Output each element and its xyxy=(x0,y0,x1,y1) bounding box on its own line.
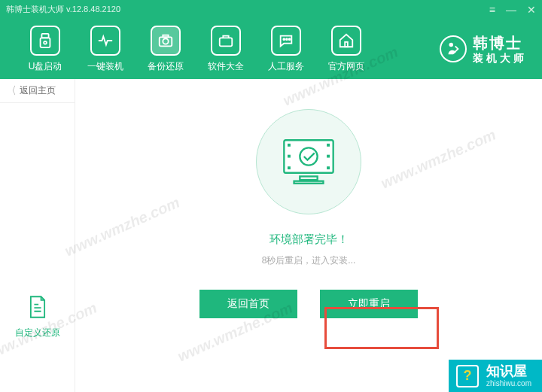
button-row: 返回首页 立即重启 xyxy=(199,290,418,318)
svg-point-2 xyxy=(44,41,47,44)
menu-icon[interactable]: ≡ xyxy=(489,4,495,16)
svg-rect-17 xyxy=(327,144,330,147)
svg-point-4 xyxy=(163,38,168,44)
svg-rect-19 xyxy=(327,166,330,169)
nav-one-click-install[interactable]: 一键装机 xyxy=(75,26,136,73)
nav-label: 备份还原 xyxy=(148,60,184,73)
zsw-name: 知识屋 xyxy=(486,364,531,379)
svg-point-11 xyxy=(449,43,454,47)
restart-button[interactable]: 立即重启 xyxy=(320,290,418,318)
close-icon[interactable]: ✕ xyxy=(527,4,536,16)
svg-rect-14 xyxy=(294,181,324,184)
svg-point-8 xyxy=(286,38,288,40)
countdown-text: 8秒后重启，进入安装... xyxy=(262,254,356,267)
sidebar: 〈 返回主页 自定义还原 xyxy=(0,79,75,392)
nav-bar: U盘启动 一键装机 备份还原 软件大全 人工服务 xyxy=(0,19,542,79)
briefcase-icon xyxy=(211,26,241,56)
nav-usb-boot[interactable]: U盘启动 xyxy=(15,26,75,73)
success-illustration xyxy=(256,109,361,214)
home-icon xyxy=(331,26,361,56)
nav-label: 人工服务 xyxy=(268,60,304,73)
brand: 韩博士 装机大师 xyxy=(440,34,527,65)
svg-rect-10 xyxy=(345,41,348,46)
nav-label: 一键装机 xyxy=(87,60,123,73)
svg-point-7 xyxy=(283,38,285,40)
camera-icon xyxy=(151,26,181,56)
usb-icon xyxy=(30,26,60,56)
main-content: 环境部署完毕！ 8秒后重启，进入安装... 返回首页 立即重启 xyxy=(75,79,542,392)
home-button[interactable]: 返回首页 xyxy=(199,290,297,318)
minimize-icon[interactable]: — xyxy=(506,4,516,16)
title-bar: 韩博士装机大师 v.12.8.48.2120 ≡ — ✕ xyxy=(0,0,542,19)
svg-rect-5 xyxy=(163,35,168,37)
nav-software[interactable]: 软件大全 xyxy=(196,26,256,73)
brand-subtitle: 装机大师 xyxy=(473,52,527,65)
heartbeat-icon xyxy=(90,26,120,56)
nav-support[interactable]: 人工服务 xyxy=(256,26,316,73)
zhishiwu-watermark: ? 知识屋 zhishiwu.com xyxy=(449,360,542,392)
file-icon xyxy=(27,295,48,319)
sidebar-custom-restore[interactable]: 自定义还原 xyxy=(0,295,75,392)
back-label: 返回主页 xyxy=(20,84,56,97)
back-link[interactable]: 〈 返回主页 xyxy=(0,79,75,103)
nav-label: 官方网页 xyxy=(328,60,364,73)
brand-name: 韩博士 xyxy=(473,34,527,52)
chevron-left-icon: 〈 xyxy=(6,84,17,98)
svg-rect-18 xyxy=(288,166,291,169)
svg-point-9 xyxy=(289,38,291,40)
nav-website[interactable]: 官方网页 xyxy=(316,26,376,73)
svg-rect-1 xyxy=(41,38,50,47)
svg-rect-12 xyxy=(284,140,333,173)
header: 韩博士装机大师 v.12.8.48.2120 ≡ — ✕ U盘启动 一键装机 备… xyxy=(0,0,542,79)
zsw-url: zhishiwu.com xyxy=(486,379,531,387)
window-controls: ≡ — ✕ xyxy=(489,4,536,16)
svg-rect-20 xyxy=(288,155,291,158)
status-text: 环境部署完毕！ xyxy=(269,232,349,247)
chat-icon xyxy=(271,26,301,56)
nav-label: 软件大全 xyxy=(208,60,244,73)
svg-rect-6 xyxy=(220,38,233,46)
question-icon: ? xyxy=(456,365,479,387)
svg-rect-21 xyxy=(327,155,330,158)
app-title: 韩博士装机大师 v.12.8.48.2120 xyxy=(6,4,120,15)
nav-label: U盘启动 xyxy=(29,60,62,73)
svg-rect-16 xyxy=(288,144,291,147)
body: 〈 返回主页 自定义还原 环境部署完毕！ 8秒 xyxy=(0,79,542,392)
brand-logo-icon xyxy=(440,35,467,62)
sidebar-custom-label: 自定义还原 xyxy=(0,327,75,339)
nav-backup-restore[interactable]: 备份还原 xyxy=(136,26,196,73)
svg-rect-13 xyxy=(300,176,317,180)
